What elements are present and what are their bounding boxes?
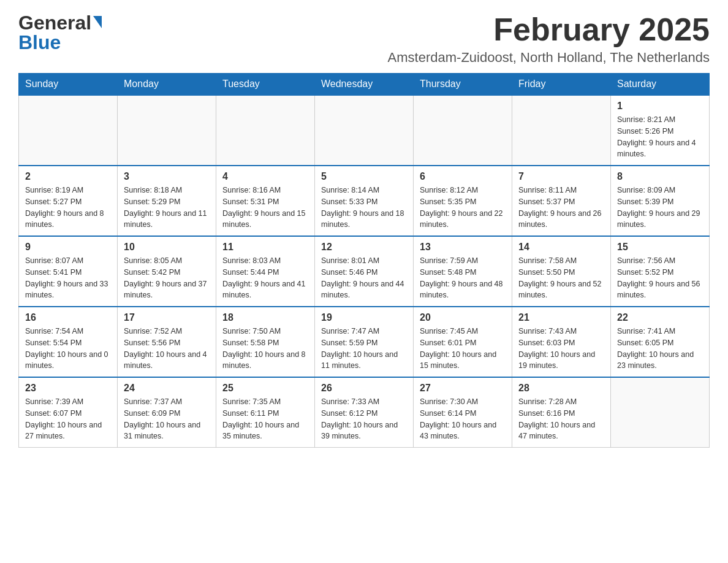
day-number: 21 — [518, 312, 604, 323]
calendar-day-cell — [611, 377, 710, 448]
day-number: 1 — [617, 101, 703, 112]
month-title: February 2025 — [388, 12, 710, 47]
calendar-day-cell — [315, 95, 414, 166]
day-info: Sunrise: 8:01 AMSunset: 5:46 PMDaylight:… — [321, 255, 407, 301]
day-number: 22 — [617, 312, 703, 323]
day-info: Sunrise: 8:09 AMSunset: 5:39 PMDaylight:… — [617, 185, 703, 231]
calendar-day-cell: 8Sunrise: 8:09 AMSunset: 5:39 PMDaylight… — [611, 166, 710, 236]
day-number: 9 — [25, 242, 111, 253]
calendar-day-cell — [19, 95, 118, 166]
calendar-week-row: 23Sunrise: 7:39 AMSunset: 6:07 PMDayligh… — [19, 377, 710, 448]
day-info: Sunrise: 7:56 AMSunset: 5:52 PMDaylight:… — [617, 255, 703, 301]
day-number: 10 — [124, 242, 210, 253]
day-info: Sunrise: 7:39 AMSunset: 6:07 PMDaylight:… — [25, 396, 111, 442]
day-number: 6 — [420, 171, 506, 182]
calendar-day-cell: 11Sunrise: 8:03 AMSunset: 5:44 PMDayligh… — [216, 236, 315, 307]
day-info: Sunrise: 8:21 AMSunset: 5:26 PMDaylight:… — [617, 114, 703, 160]
calendar-day-cell: 21Sunrise: 7:43 AMSunset: 6:03 PMDayligh… — [512, 307, 611, 377]
calendar-day-cell: 27Sunrise: 7:30 AMSunset: 6:14 PMDayligh… — [414, 377, 512, 448]
calendar-week-row: 1Sunrise: 8:21 AMSunset: 5:26 PMDaylight… — [19, 95, 710, 166]
day-info: Sunrise: 7:35 AMSunset: 6:11 PMDaylight:… — [222, 396, 308, 442]
calendar-day-cell: 22Sunrise: 7:41 AMSunset: 6:05 PMDayligh… — [611, 307, 710, 377]
day-number: 23 — [25, 383, 111, 394]
col-friday: Friday — [512, 74, 611, 96]
day-info: Sunrise: 7:58 AMSunset: 5:50 PMDaylight:… — [518, 255, 604, 301]
day-number: 20 — [420, 312, 506, 323]
day-number: 11 — [222, 242, 308, 253]
day-number: 28 — [518, 383, 604, 394]
day-number: 27 — [420, 383, 506, 394]
day-info: Sunrise: 8:18 AMSunset: 5:29 PMDaylight:… — [124, 185, 210, 231]
calendar-day-cell: 24Sunrise: 7:37 AMSunset: 6:09 PMDayligh… — [118, 377, 216, 448]
day-info: Sunrise: 7:52 AMSunset: 5:56 PMDaylight:… — [124, 326, 210, 372]
day-number: 5 — [321, 171, 407, 182]
calendar-day-cell: 26Sunrise: 7:33 AMSunset: 6:12 PMDayligh… — [315, 377, 414, 448]
col-thursday: Thursday — [414, 74, 512, 96]
col-saturday: Saturday — [611, 74, 710, 96]
day-number: 14 — [518, 242, 604, 253]
calendar-day-cell: 17Sunrise: 7:52 AMSunset: 5:56 PMDayligh… — [118, 307, 216, 377]
calendar-day-cell — [414, 95, 512, 166]
col-tuesday: Tuesday — [216, 74, 315, 96]
calendar-day-cell: 4Sunrise: 8:16 AMSunset: 5:31 PMDaylight… — [216, 166, 315, 236]
day-info: Sunrise: 7:45 AMSunset: 6:01 PMDaylight:… — [420, 326, 506, 372]
day-info: Sunrise: 7:28 AMSunset: 6:16 PMDaylight:… — [518, 396, 604, 442]
day-info: Sunrise: 7:33 AMSunset: 6:12 PMDaylight:… — [321, 396, 407, 442]
calendar-day-cell: 2Sunrise: 8:19 AMSunset: 5:27 PMDaylight… — [19, 166, 118, 236]
col-wednesday: Wednesday — [315, 74, 414, 96]
day-info: Sunrise: 8:16 AMSunset: 5:31 PMDaylight:… — [222, 185, 308, 231]
calendar-day-cell: 1Sunrise: 8:21 AMSunset: 5:26 PMDaylight… — [611, 95, 710, 166]
calendar-day-cell — [216, 95, 315, 166]
logo-blue: Blue — [18, 31, 61, 54]
page-header: General Blue February 2025 Amsterdam-Zui… — [18, 12, 710, 66]
calendar-day-cell: 13Sunrise: 7:59 AMSunset: 5:48 PMDayligh… — [414, 236, 512, 307]
day-number: 15 — [617, 242, 703, 253]
calendar-week-row: 2Sunrise: 8:19 AMSunset: 5:27 PMDaylight… — [19, 166, 710, 236]
day-info: Sunrise: 8:19 AMSunset: 5:27 PMDaylight:… — [25, 185, 111, 231]
calendar-day-cell: 12Sunrise: 8:01 AMSunset: 5:46 PMDayligh… — [315, 236, 414, 307]
day-info: Sunrise: 7:43 AMSunset: 6:03 PMDaylight:… — [518, 326, 604, 372]
day-number: 4 — [222, 171, 308, 182]
logo: General Blue — [18, 12, 102, 54]
calendar-day-cell: 7Sunrise: 8:11 AMSunset: 5:37 PMDaylight… — [512, 166, 611, 236]
day-info: Sunrise: 7:54 AMSunset: 5:54 PMDaylight:… — [25, 326, 111, 372]
day-number: 25 — [222, 383, 308, 394]
col-monday: Monday — [118, 74, 216, 96]
day-info: Sunrise: 7:59 AMSunset: 5:48 PMDaylight:… — [420, 255, 506, 301]
day-number: 3 — [124, 171, 210, 182]
logo-general: General — [18, 12, 91, 34]
calendar-day-cell: 23Sunrise: 7:39 AMSunset: 6:07 PMDayligh… — [19, 377, 118, 448]
calendar-day-cell: 5Sunrise: 8:14 AMSunset: 5:33 PMDaylight… — [315, 166, 414, 236]
day-number: 17 — [124, 312, 210, 323]
day-info: Sunrise: 7:41 AMSunset: 6:05 PMDaylight:… — [617, 326, 703, 372]
day-info: Sunrise: 8:14 AMSunset: 5:33 PMDaylight:… — [321, 185, 407, 231]
calendar-day-cell: 18Sunrise: 7:50 AMSunset: 5:58 PMDayligh… — [216, 307, 315, 377]
day-number: 8 — [617, 171, 703, 182]
day-info: Sunrise: 8:12 AMSunset: 5:35 PMDaylight:… — [420, 185, 506, 231]
calendar-day-cell: 14Sunrise: 7:58 AMSunset: 5:50 PMDayligh… — [512, 236, 611, 307]
title-block: February 2025 Amsterdam-Zuidoost, North … — [388, 12, 710, 66]
day-number: 2 — [25, 171, 111, 182]
calendar-day-cell: 10Sunrise: 8:05 AMSunset: 5:42 PMDayligh… — [118, 236, 216, 307]
calendar-day-cell — [118, 95, 216, 166]
day-number: 13 — [420, 242, 506, 253]
calendar-day-cell: 20Sunrise: 7:45 AMSunset: 6:01 PMDayligh… — [414, 307, 512, 377]
calendar-week-row: 16Sunrise: 7:54 AMSunset: 5:54 PMDayligh… — [19, 307, 710, 377]
logo-arrow-icon — [93, 16, 102, 28]
day-info: Sunrise: 8:05 AMSunset: 5:42 PMDaylight:… — [124, 255, 210, 301]
day-info: Sunrise: 8:03 AMSunset: 5:44 PMDaylight:… — [222, 255, 308, 301]
day-info: Sunrise: 8:07 AMSunset: 5:41 PMDaylight:… — [25, 255, 111, 301]
day-number: 12 — [321, 242, 407, 253]
calendar-table: Sunday Monday Tuesday Wednesday Thursday… — [18, 73, 710, 448]
calendar-day-cell — [512, 95, 611, 166]
day-number: 26 — [321, 383, 407, 394]
calendar-day-cell: 28Sunrise: 7:28 AMSunset: 6:16 PMDayligh… — [512, 377, 611, 448]
day-info: Sunrise: 7:30 AMSunset: 6:14 PMDaylight:… — [420, 396, 506, 442]
calendar-day-cell: 25Sunrise: 7:35 AMSunset: 6:11 PMDayligh… — [216, 377, 315, 448]
calendar-day-cell: 6Sunrise: 8:12 AMSunset: 5:35 PMDaylight… — [414, 166, 512, 236]
day-info: Sunrise: 7:37 AMSunset: 6:09 PMDaylight:… — [124, 396, 210, 442]
calendar-day-cell: 16Sunrise: 7:54 AMSunset: 5:54 PMDayligh… — [19, 307, 118, 377]
day-number: 7 — [518, 171, 604, 182]
calendar-day-cell: 19Sunrise: 7:47 AMSunset: 5:59 PMDayligh… — [315, 307, 414, 377]
calendar-day-cell: 3Sunrise: 8:18 AMSunset: 5:29 PMDaylight… — [118, 166, 216, 236]
